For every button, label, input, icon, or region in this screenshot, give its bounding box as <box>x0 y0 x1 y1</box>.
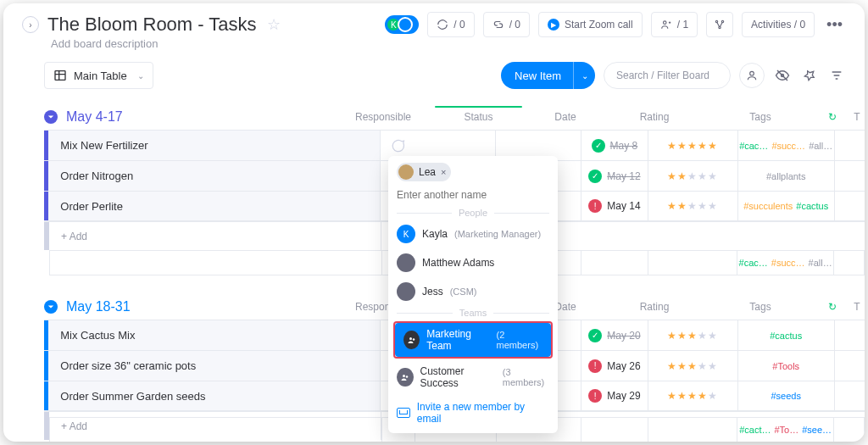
team-option-customer-success[interactable]: Customer Success (3 members) <box>388 360 558 394</box>
tags-cell[interactable]: #Tools <box>738 351 835 381</box>
hide-columns-button[interactable] <box>773 66 792 85</box>
favorite-star-icon[interactable]: ☆ <box>267 15 281 34</box>
member-ring-icon <box>398 17 413 32</box>
person-filter-button[interactable] <box>739 63 765 88</box>
date-cell[interactable]: ✓May 8 <box>581 131 648 160</box>
column-header-rating[interactable]: Rating <box>604 301 705 313</box>
person-avatar <box>397 253 415 272</box>
chip-avatar <box>398 164 414 180</box>
svg-point-3 <box>719 26 721 28</box>
extra-cell[interactable] <box>835 161 865 191</box>
column-header-refresh[interactable]: ↻ <box>815 111 849 123</box>
chip-remove-icon[interactable]: × <box>441 167 446 177</box>
eye-off-icon <box>775 68 790 83</box>
view-label: Main Table <box>74 70 127 82</box>
group-title[interactable]: May 18-31 <box>66 299 131 314</box>
people-divider: People <box>388 206 558 220</box>
status-done-icon: ✓ <box>592 139 605 153</box>
task-name-cell[interactable]: Mix New Fertilizer <box>48 131 381 160</box>
guests-icon <box>660 19 672 31</box>
person-option[interactable]: K Kayla (Marketing Manager) <box>388 220 558 248</box>
invite-member-link[interactable]: Invite a new member by email <box>388 394 558 426</box>
column-header-refresh[interactable]: ↻ <box>815 301 849 313</box>
expand-button[interactable]: › <box>22 16 39 33</box>
table-icon <box>53 69 67 82</box>
filter-icon <box>830 69 843 82</box>
rating-cell[interactable]: ★★★★★ <box>648 351 738 381</box>
task-name-cell[interactable]: Order size 36" ceramic pots <box>48 351 381 381</box>
zoom-icon: ▶ <box>548 19 559 31</box>
column-header-status[interactable]: Status <box>430 111 527 123</box>
view-selector[interactable]: Main Table ⌄ <box>44 62 153 89</box>
pin-icon <box>803 69 816 82</box>
tags-cell[interactable]: #allplants <box>738 161 835 191</box>
task-name-cell[interactable]: Mix Cactus Mix <box>48 320 381 350</box>
person-option[interactable]: Jess (CSM) <box>388 277 558 306</box>
team-name: Customer Success <box>420 365 496 389</box>
column-header-extra: T <box>849 301 865 313</box>
search-input[interactable]: Search / Filter Board <box>604 62 731 89</box>
extra-cell[interactable] <box>835 320 865 350</box>
extra-cell[interactable] <box>835 351 865 381</box>
extra-cell[interactable] <box>835 131 865 160</box>
board-members-toggle[interactable]: K <box>385 15 419 34</box>
chat-icon[interactable] <box>381 137 414 154</box>
column-header-tags[interactable]: Tags <box>705 301 815 313</box>
rating-cell[interactable]: ★★★★★ <box>648 161 738 191</box>
tags-cell[interactable]: #succulents #cactus <box>738 192 835 220</box>
group-collapse-toggle[interactable] <box>44 300 58 314</box>
board-description[interactable]: Add board description <box>3 37 865 50</box>
svg-rect-4 <box>55 71 65 81</box>
svg-point-10 <box>406 375 409 378</box>
rating-cell[interactable]: ★★★★★ <box>648 131 738 160</box>
new-item-label: New Item <box>501 70 573 82</box>
extra-cell[interactable] <box>835 192 865 220</box>
tags-cell[interactable]: #cactus <box>738 320 835 350</box>
date-cell[interactable]: !May 26 <box>581 351 648 381</box>
date-cell[interactable]: !May 29 <box>581 381 648 410</box>
svg-point-7 <box>409 337 412 340</box>
date-cell[interactable]: ✓May 12 <box>581 161 648 191</box>
pin-button[interactable] <box>800 66 819 85</box>
task-name-cell[interactable]: Order Summer Garden seeds <box>48 381 381 410</box>
date-cell[interactable]: ✓May 20 <box>581 320 648 350</box>
search-placeholder: Search / Filter Board <box>616 70 709 81</box>
tags-cell[interactable]: #seeds <box>738 381 835 410</box>
guests-button[interactable]: / 1 <box>651 12 698 37</box>
integrations-button[interactable]: / 0 <box>483 12 530 37</box>
filter-button[interactable] <box>827 66 846 85</box>
column-header-date[interactable]: Date <box>527 111 604 123</box>
column-header-responsible[interactable]: Responsible <box>337 111 430 123</box>
date-cell[interactable]: !May 14 <box>581 192 648 220</box>
team-members: (2 members) <box>497 330 542 350</box>
column-header-rating[interactable]: Rating <box>604 111 705 123</box>
rating-cell[interactable]: ★★★★★ <box>648 320 738 350</box>
group-title[interactable]: May 4-17 <box>66 109 123 125</box>
activities-button[interactable]: Activities / 0 <box>742 12 815 37</box>
plugins-button[interactable] <box>706 12 733 37</box>
person-role: (CSM) <box>450 286 477 297</box>
column-header-extra: T <box>849 111 865 123</box>
rating-cell[interactable]: ★★★★★ <box>648 381 738 410</box>
group-collapse-toggle[interactable] <box>44 110 58 124</box>
extra-cell[interactable] <box>835 381 865 410</box>
team-option-marketing[interactable]: Marketing Team (2 members) <box>395 323 551 357</box>
add-item-button[interactable]: + Add <box>49 222 381 250</box>
task-name-cell[interactable]: Order Nitrogen <box>48 161 381 191</box>
task-name-cell[interactable]: Order Perlite <box>48 192 381 220</box>
column-header-tags[interactable]: Tags <box>705 111 815 123</box>
zoom-label: Start Zoom call <box>565 19 633 31</box>
new-item-dropdown[interactable]: ⌄ <box>573 62 595 89</box>
person-search-input[interactable] <box>397 189 549 201</box>
zoom-call-button[interactable]: ▶ Start Zoom call <box>538 12 643 37</box>
tags-cell[interactable]: #cac… #succ… #all… <box>738 131 835 160</box>
board-title: The Bloom Room - Tasks <box>47 14 257 36</box>
automations-button[interactable]: / 0 <box>427 12 474 37</box>
rating-cell[interactable]: ★★★★★ <box>648 192 738 220</box>
more-options-button[interactable]: ••• <box>823 16 846 34</box>
new-item-button[interactable]: New Item ⌄ <box>501 62 595 89</box>
team-avatar-icon <box>403 331 420 349</box>
status-alert-icon: ! <box>588 389 602 403</box>
person-option[interactable]: Matthew Adams <box>388 248 558 277</box>
selected-person-chip[interactable]: Lea × <box>397 163 451 181</box>
